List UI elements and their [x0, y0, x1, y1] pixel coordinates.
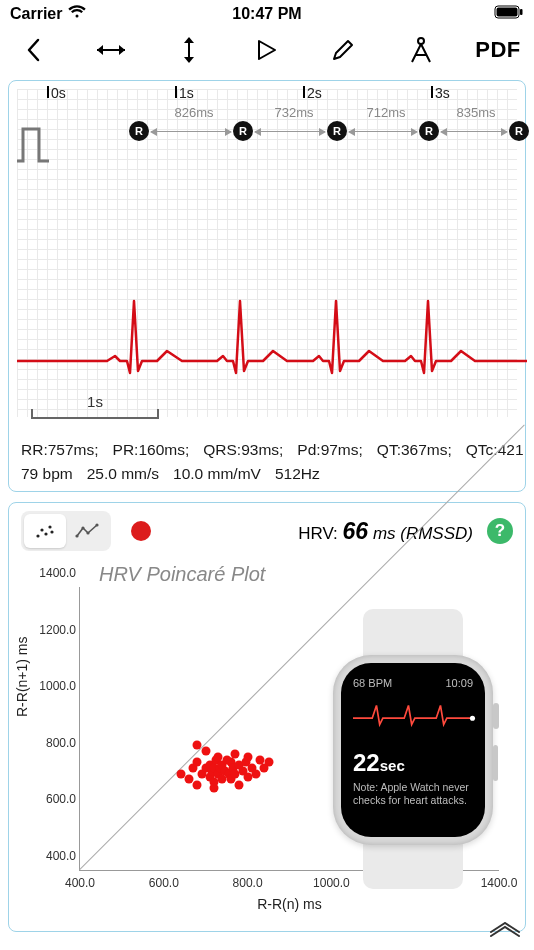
rr-label: 826ms	[159, 105, 229, 120]
svg-point-5	[418, 38, 424, 44]
status-right	[353, 5, 524, 23]
help-button[interactable]: ?	[487, 518, 513, 544]
rr-arrow	[151, 131, 231, 132]
r-marker: R	[327, 121, 347, 141]
ecg-waveform	[17, 261, 527, 401]
svg-point-9	[48, 525, 51, 528]
r-marker: R	[419, 121, 439, 141]
hrv-label: HRV:	[298, 524, 338, 543]
edit-button[interactable]	[313, 30, 373, 70]
svg-point-11	[75, 534, 78, 537]
svg-point-12	[81, 526, 84, 529]
ytick: 1400.0	[26, 566, 76, 580]
rr-label: 712ms	[351, 105, 421, 120]
svg-point-8	[44, 532, 47, 535]
hrv-value: HRV: 66 ms (RMSSD)	[298, 518, 473, 545]
svg-point-15	[470, 716, 475, 721]
rr-arrow	[349, 131, 417, 132]
poincare-point	[176, 769, 185, 778]
poincare-point	[251, 769, 260, 778]
toolbar: PDF	[0, 28, 534, 72]
back-button[interactable]	[4, 30, 64, 70]
poincare-point	[201, 747, 210, 756]
xtick: 600.0	[149, 876, 179, 890]
watch-seconds: 22	[353, 749, 380, 776]
rr-arrow	[255, 131, 325, 132]
ytick: 600.0	[26, 792, 76, 806]
calibration-pulse-icon	[15, 121, 53, 167]
hrv-card: HRV: 66 ms (RMSSD) ? HRV Poincaré Plot 4…	[8, 502, 526, 932]
ytick: 1000.0	[26, 679, 76, 693]
status-bar: Carrier 10:47 PM	[0, 0, 534, 28]
hrv-number: 66	[343, 518, 369, 544]
poincare-point	[193, 741, 202, 750]
poincare-title: HRV Poincaré Plot	[99, 563, 265, 586]
battery-icon	[494, 5, 524, 23]
poincare-point	[243, 752, 252, 761]
stats-row-settings: 79 bpm 25.0 mm/s 10.0 mm/mV 512Hz	[21, 463, 519, 485]
time-tick-1: 1s	[179, 85, 194, 101]
apple-watch-illustration: 68 BPM 10:09 22sec Note: Apple Watch nev…	[323, 609, 503, 889]
time-tick-0: 0s	[51, 85, 66, 101]
svg-point-14	[95, 523, 98, 526]
line-mode-button[interactable]	[66, 514, 108, 548]
r-marker: R	[129, 121, 149, 141]
svg-point-7	[40, 528, 43, 531]
ecg-stats: RR:757ms; PR:160ms; QRS:93ms; Pd:97ms; Q…	[21, 439, 519, 485]
svg-rect-2	[520, 9, 523, 15]
time-tick-3: 3s	[435, 85, 450, 101]
hrv-header: HRV: 66 ms (RMSSD) ?	[17, 511, 517, 551]
r-marker: R	[509, 121, 529, 141]
poincare-point	[193, 781, 202, 790]
clock: 10:47 PM	[181, 5, 352, 23]
ytick: 400.0	[26, 849, 76, 863]
play-button[interactable]	[236, 30, 296, 70]
expand-chevron-icon[interactable]	[488, 922, 522, 944]
time-tick-2: 2s	[307, 85, 322, 101]
svg-point-10	[50, 530, 53, 533]
svg-point-6	[36, 534, 39, 537]
scale-bar: 1s	[31, 409, 159, 423]
poincare-plot[interactable]: HRV Poincaré Plot 400.0 600.0 800.0 1000…	[19, 559, 515, 921]
svg-rect-1	[496, 8, 517, 17]
svg-point-13	[86, 531, 89, 534]
watch-seconds-unit: sec	[380, 757, 405, 774]
watch-ecg-icon	[353, 699, 485, 731]
ytick: 800.0	[26, 736, 76, 750]
record-indicator-icon[interactable]	[131, 521, 151, 541]
x-axis-label: R-R(n) ms	[257, 896, 322, 912]
y-axis-label: R-R(n+1) ms	[14, 637, 30, 718]
rr-label: 732ms	[259, 105, 329, 120]
scatter-mode-button[interactable]	[24, 514, 66, 548]
xtick: 400.0	[65, 876, 95, 890]
vertical-stretch-button[interactable]	[159, 30, 219, 70]
carrier-label: Carrier	[10, 5, 62, 23]
caliper-button[interactable]	[391, 30, 451, 70]
pdf-button[interactable]: PDF	[468, 30, 528, 70]
watch-time: 10:09	[445, 677, 473, 689]
poincare-point	[210, 783, 219, 792]
watch-bpm: 68 BPM	[353, 677, 392, 689]
horizontal-stretch-button[interactable]	[81, 30, 141, 70]
stats-row-intervals: RR:757ms; PR:160ms; QRS:93ms; Pd:97ms; Q…	[21, 439, 519, 461]
scale-label: 1s	[87, 393, 103, 410]
xtick: 800.0	[233, 876, 263, 890]
watch-screen: 68 BPM 10:09 22sec Note: Apple Watch nev…	[341, 663, 485, 837]
poincare-point	[264, 758, 273, 767]
poincare-point	[235, 781, 244, 790]
rr-arrow	[441, 131, 507, 132]
status-left: Carrier	[10, 5, 181, 23]
watch-note: Note: Apple Watch never checks for heart…	[353, 781, 473, 807]
ytick: 1200.0	[26, 623, 76, 637]
wifi-icon	[68, 5, 86, 23]
chart-type-segmented	[21, 511, 111, 551]
r-marker: R	[233, 121, 253, 141]
rr-label: 835ms	[441, 105, 511, 120]
ecg-card[interactable]: 0s 1s 2s 3s R R R R R 826ms 732ms 712ms …	[8, 80, 526, 492]
poincare-point	[231, 749, 240, 758]
